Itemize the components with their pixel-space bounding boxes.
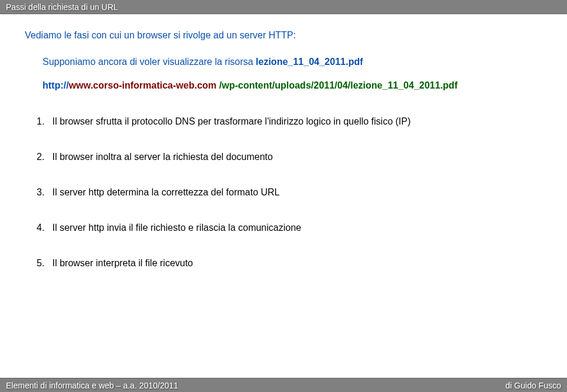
slide-content: Vediamo le fasi con cui un browser si ri… xyxy=(0,14,567,306)
step-5-text: Il browser interpreta il file ricevuto xyxy=(52,258,193,268)
intro-line-2: Supponiamo ancora di voler visualizzare … xyxy=(43,57,542,67)
step-2-text: Il browser inoltra al server la richiest… xyxy=(52,152,273,162)
step-1-text: Il browser sfrutta il protocollo DNS per… xyxy=(52,116,410,126)
step-4-text: Il server http invia il file richiesto e… xyxy=(52,223,301,233)
step-1-num: 1. xyxy=(37,115,50,129)
step-4-num: 4. xyxy=(37,221,50,235)
url-path: wp-content/uploads/2011/04/lezione_11_04… xyxy=(221,80,457,90)
step-3-text: Il server http determina la correttezza … xyxy=(52,187,279,197)
footer-left: Elementi di informatica e web – a.a. 201… xyxy=(6,381,178,390)
step-3-num: 3. xyxy=(37,185,50,200)
slide-header: Passi della richiesta di un URL xyxy=(0,0,567,14)
steps-list: 1. Il browser sfrutta il protocollo DNS … xyxy=(25,115,542,270)
slide-footer: Elementi di informatica e web – a.a. 201… xyxy=(0,378,567,392)
url-display: http://www.corso-informatica-web.com /wp… xyxy=(43,80,542,91)
step-2-num: 2. xyxy=(37,150,50,164)
step-5-num: 5. xyxy=(37,256,50,270)
step-2: 2. Il browser inoltra al server la richi… xyxy=(37,150,542,164)
url-protocol: http:// xyxy=(43,80,69,90)
intro-line-1: Vediamo le fasi con cui un browser si ri… xyxy=(25,28,542,43)
step-5: 5. Il browser interpreta il file ricevut… xyxy=(37,256,542,270)
step-3: 3. Il server http determina la correttez… xyxy=(37,185,542,200)
slide-title: Passi della richiesta di un URL xyxy=(6,2,118,12)
intro-prefix: Supponiamo ancora di voler visualizzare … xyxy=(43,57,256,67)
step-4: 4. Il server http invia il file richiest… xyxy=(37,221,542,235)
step-1: 1. Il browser sfrutta il protocollo DNS … xyxy=(37,115,542,129)
intro-filename: lezione_11_04_2011.pdf xyxy=(256,57,363,67)
footer-right: di Guido Fusco xyxy=(506,381,561,390)
url-domain: www.corso-informatica-web.com xyxy=(69,80,216,90)
